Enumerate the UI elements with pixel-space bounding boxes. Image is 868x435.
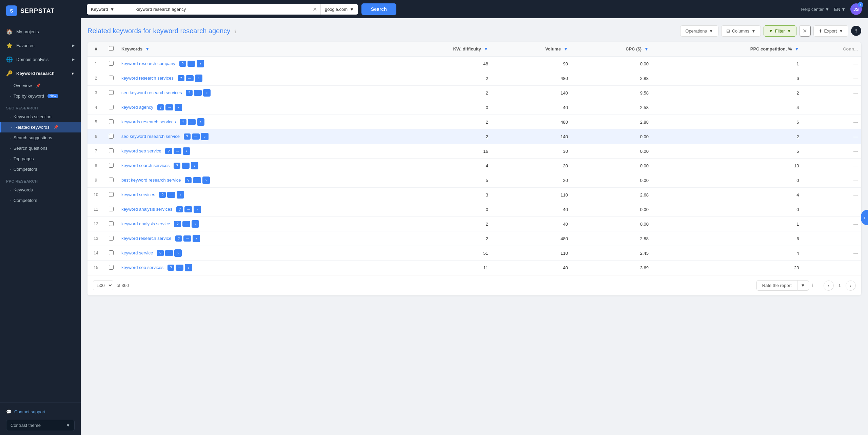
- user-avatar[interactable]: JS 4: [850, 3, 862, 15]
- keyword-expand-btn[interactable]: ›: [175, 104, 182, 111]
- keyword-expand-btn[interactable]: ›: [197, 60, 204, 67]
- next-page-button[interactable]: ›: [846, 281, 856, 291]
- keyword-more-btn[interactable]: ···: [184, 206, 192, 212]
- keyword-link[interactable]: keyword seo services: [121, 265, 163, 270]
- keyword-link[interactable]: keyword research services: [121, 76, 174, 81]
- keyword-action-btn[interactable]: ?: [165, 148, 172, 154]
- keyword-expand-btn[interactable]: ›: [192, 220, 199, 228]
- table-help-button[interactable]: ?: [851, 26, 861, 36]
- keyword-action-btn[interactable]: ?: [157, 250, 164, 256]
- keyword-more-btn[interactable]: ···: [174, 148, 181, 154]
- keyword-more-btn[interactable]: ···: [182, 163, 190, 169]
- row-checkbox[interactable]: [109, 178, 114, 182]
- help-center-button[interactable]: Help center ▼: [801, 7, 829, 12]
- row-checkbox[interactable]: [109, 105, 114, 109]
- keyword-more-btn[interactable]: ···: [192, 133, 200, 140]
- keyword-link[interactable]: keyword analysis services: [121, 207, 172, 212]
- keyword-expand-btn[interactable]: ›: [185, 264, 192, 271]
- keyword-action-btn[interactable]: ?: [180, 119, 186, 125]
- sidebar-item-keywords-selection[interactable]: · Keywords selection: [0, 111, 81, 122]
- keyword-link[interactable]: keyword service: [121, 250, 153, 255]
- keyword-link[interactable]: keyword seo service: [121, 148, 161, 153]
- domain-select[interactable]: google.com ▼: [320, 4, 358, 15]
- keyword-expand-btn[interactable]: ›: [174, 249, 182, 257]
- keyword-expand-btn[interactable]: ›: [201, 133, 209, 140]
- row-checkbox[interactable]: [109, 192, 114, 197]
- clear-filter-button[interactable]: ✕: [799, 25, 811, 37]
- select-all-checkbox[interactable]: [109, 46, 114, 51]
- keyword-more-btn[interactable]: ···: [165, 104, 173, 110]
- keyword-link[interactable]: keyword research company: [121, 61, 175, 66]
- per-page-select[interactable]: 500 100 50: [93, 281, 113, 290]
- keyword-link[interactable]: best keyword research service: [121, 178, 181, 183]
- keyword-link[interactable]: keyword search services: [121, 163, 170, 168]
- keyword-link[interactable]: keyword analysis service: [121, 221, 170, 226]
- sidebar-item-search-suggestions[interactable]: · Search suggestions: [0, 132, 81, 143]
- keyword-more-btn[interactable]: ···: [167, 192, 175, 198]
- keyword-expand-btn[interactable]: ›: [177, 191, 184, 199]
- search-button[interactable]: Search: [361, 3, 396, 15]
- keyword-link[interactable]: seo keyword research service: [121, 134, 180, 139]
- cpc-filter-icon[interactable]: ▼: [644, 46, 649, 51]
- volume-filter-icon[interactable]: ▼: [564, 46, 568, 51]
- row-checkbox[interactable]: [109, 265, 114, 270]
- keyword-expand-btn[interactable]: ›: [191, 162, 198, 169]
- row-checkbox[interactable]: [109, 221, 114, 226]
- keyword-action-btn[interactable]: ?: [157, 104, 164, 110]
- keyword-expand-btn[interactable]: ›: [195, 75, 202, 82]
- sidebar-item-ppc-keywords[interactable]: · Keywords: [0, 185, 81, 195]
- rate-dropdown-button[interactable]: ▼: [797, 280, 809, 291]
- row-checkbox[interactable]: [109, 207, 114, 211]
- ppc-filter-icon[interactable]: ▼: [795, 46, 799, 51]
- keyword-expand-btn[interactable]: ›: [197, 118, 204, 126]
- row-checkbox[interactable]: [109, 119, 114, 124]
- keyword-more-btn[interactable]: ···: [188, 119, 196, 125]
- keyword-more-btn[interactable]: ···: [193, 177, 201, 183]
- rate-report-button[interactable]: Rate the report: [756, 280, 797, 291]
- search-type-select[interactable]: Keyword ▼: [87, 4, 131, 15]
- keyword-more-btn[interactable]: ···: [165, 250, 173, 256]
- sidebar-item-search-questions[interactable]: · Search questions: [0, 143, 81, 153]
- contrast-theme-toggle[interactable]: Contrast theme ▼: [6, 420, 75, 431]
- keyword-action-btn[interactable]: ?: [159, 192, 166, 198]
- keyword-more-btn[interactable]: ···: [194, 90, 202, 96]
- export-button[interactable]: ⬆ Export ▼: [813, 25, 848, 37]
- operations-button[interactable]: Operations ▼: [680, 25, 718, 37]
- keywords-filter-icon[interactable]: ▼: [145, 46, 150, 51]
- keyword-link[interactable]: keyword services: [121, 192, 155, 197]
- prev-page-button[interactable]: ‹: [824, 281, 834, 291]
- contact-support-btn[interactable]: 💬 Contact support: [6, 407, 75, 417]
- keyword-expand-btn[interactable]: ›: [193, 235, 200, 242]
- sidebar-item-my-projects[interactable]: 🏠 My projects: [0, 25, 81, 39]
- sidebar-item-favorites[interactable]: ⭐ Favorites ▶: [0, 39, 81, 53]
- sidebar-item-domain-analysis[interactable]: 🌐 Domain analysis ▶: [0, 53, 81, 66]
- keyword-expand-btn[interactable]: ›: [202, 177, 210, 184]
- keyword-more-btn[interactable]: ···: [176, 265, 183, 271]
- keyword-link[interactable]: keywords research services: [121, 119, 176, 124]
- keyword-more-btn[interactable]: ···: [188, 61, 195, 67]
- keyword-action-btn[interactable]: ?: [167, 265, 174, 271]
- keyword-action-btn[interactable]: ?: [185, 177, 192, 183]
- sidebar-item-keyword-research[interactable]: 🔑 Keyword research ▼: [0, 66, 81, 80]
- sidebar-item-competitors[interactable]: · Competitors: [0, 164, 81, 174]
- keyword-action-btn[interactable]: ?: [174, 163, 180, 169]
- keyword-link[interactable]: seo keyword research services: [121, 90, 182, 95]
- sidebar-item-related-keywords[interactable]: · Related keywords 📌: [0, 122, 81, 132]
- keyword-expand-btn[interactable]: ›: [183, 147, 190, 155]
- row-checkbox[interactable]: [109, 148, 114, 153]
- sidebar-item-top-by-keyword[interactable]: · Top by keyword New: [0, 91, 81, 101]
- language-selector[interactable]: EN ▼: [834, 7, 846, 12]
- columns-button[interactable]: ⊞ Columns ▼: [721, 25, 761, 37]
- row-checkbox[interactable]: [109, 90, 114, 95]
- clear-search-button[interactable]: ✕: [313, 6, 317, 13]
- keyword-more-btn[interactable]: ···: [186, 75, 194, 81]
- search-input[interactable]: [134, 4, 313, 15]
- keyword-expand-btn[interactable]: ›: [194, 206, 201, 213]
- keyword-action-btn[interactable]: ?: [176, 206, 183, 212]
- keyword-action-btn[interactable]: ?: [175, 235, 182, 242]
- row-checkbox[interactable]: [109, 134, 114, 139]
- keyword-link[interactable]: keyword agency: [121, 105, 153, 110]
- row-checkbox[interactable]: [109, 61, 114, 66]
- keyword-more-btn[interactable]: ···: [183, 235, 191, 242]
- keyword-link[interactable]: keyword research service: [121, 236, 171, 241]
